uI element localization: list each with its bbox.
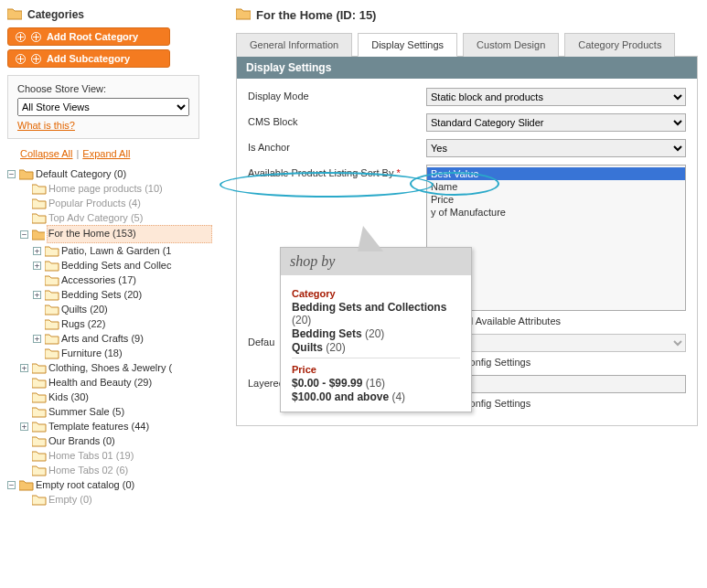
tab-general-information[interactable]: General Information [236, 33, 352, 57]
popup-category-item[interactable]: Quilts (20) [292, 341, 460, 354]
tree-node[interactable]: Top Adv Category (5) [48, 210, 143, 225]
tree-node[interactable]: Arts and Crafts (9) [61, 331, 144, 346]
tree-node[interactable]: Clothing, Shoes & Jewelry ( [48, 360, 172, 375]
tree-toggle[interactable]: − [7, 481, 16, 489]
tab-bar: General InformationDisplay SettingsCusto… [236, 33, 698, 57]
sort-option[interactable]: y of Manufacture [427, 206, 685, 219]
tree-node[interactable]: Popular Products (4) [48, 196, 141, 210]
store-view-box: Choose Store View: All Store Views What … [7, 75, 199, 139]
page-title: For the Home (ID: 15) [256, 8, 376, 22]
tree-node[interactable]: Accessories (17) [61, 273, 136, 287]
display-mode-label: Display Mode [248, 88, 426, 102]
tree-node[interactable]: Template features (44) [48, 419, 149, 433]
tree-node[interactable]: Home Tabs 01 (19) [48, 448, 134, 463]
tree-toggle[interactable]: + [33, 335, 41, 343]
popup-category-label: Category [292, 288, 460, 299]
folder-icon [7, 7, 22, 22]
cms-block-label: CMS Block [248, 113, 426, 127]
tree-node[interactable]: Kids (30) [48, 390, 89, 404]
tab-display-settings[interactable]: Display Settings [358, 33, 457, 57]
is-anchor-select[interactable]: Yes [426, 139, 686, 157]
sort-by-label: Available Product Listing Sort By * [248, 165, 426, 178]
categories-header: Categories [7, 7, 212, 22]
expand-all-link[interactable]: Expand All [82, 148, 130, 159]
store-view-select[interactable]: All Store Views [17, 98, 189, 116]
sort-option[interactable]: Best Value [427, 167, 685, 180]
tree-node[interactable]: Empty (0) [48, 492, 92, 507]
tree-node[interactable]: Patio, Lawn & Garden (1 [61, 243, 171, 258]
tree-node[interactable]: Summer Sale (5) [48, 404, 124, 419]
tree-toggle[interactable]: + [20, 422, 28, 431]
popup-category-item[interactable]: Bedding Sets (20) [292, 327, 460, 340]
plus-icon [31, 54, 41, 64]
shop-by-popup: shop by Category Bedding Sets and Collec… [280, 247, 472, 412]
store-view-label: Choose Store View: [17, 83, 106, 94]
folder-icon [236, 7, 251, 22]
popup-price-item[interactable]: $0.00 - $99.99 (16) [292, 377, 460, 390]
add-subcategory-button[interactable]: Add Subcategory [7, 49, 170, 68]
popup-tail-icon [358, 226, 383, 251]
tree-toggle[interactable]: + [33, 291, 41, 299]
sort-option[interactable]: Price [427, 193, 685, 206]
tab-category-products[interactable]: Category Products [564, 33, 675, 57]
tree-toggle[interactable]: − [20, 230, 28, 239]
tree-node[interactable]: Bedding Sets and Collec [61, 258, 171, 273]
tree-node[interactable]: Our Brands (0) [48, 433, 115, 448]
popup-price-item[interactable]: $100.00 and above (4) [292, 390, 460, 403]
display-mode-select[interactable]: Static block and products [426, 88, 686, 106]
tree-node[interactable]: Rugs (22) [61, 316, 105, 331]
tree-controls: Collapse All|Expand All [20, 148, 212, 159]
tree-node[interactable]: Health and Beauty (29) [48, 375, 152, 390]
tree-toggle[interactable]: + [33, 262, 41, 270]
cms-block-select[interactable]: Standard Category Slider [426, 113, 686, 132]
tree-node[interactable]: Furniture (18) [61, 346, 123, 360]
tree-node[interactable]: Quilts (20) [61, 302, 108, 316]
collapse-all-link[interactable]: Collapse All [20, 148, 72, 159]
tree-node[interactable]: Bedding Sets (20) [61, 287, 142, 302]
tree-toggle[interactable]: + [20, 364, 28, 372]
categories-title: Categories [27, 8, 84, 21]
tree-node[interactable]: For the Home (153) [47, 225, 212, 243]
plus-icon [16, 54, 26, 64]
tree-node[interactable]: Default Category (0) [36, 166, 126, 181]
page-header: For the Home (ID: 15) [236, 7, 698, 22]
plus-icon [31, 32, 41, 42]
panel-heading: Display Settings [237, 57, 697, 79]
popup-title: shop by [281, 248, 471, 275]
is-anchor-label: Is Anchor [248, 139, 426, 153]
plus-icon [16, 32, 26, 42]
add-root-label: Add Root Category [47, 31, 138, 42]
tab-custom-design[interactable]: Custom Design [463, 33, 559, 57]
tree-node[interactable]: Empty root catalog (0) [36, 477, 134, 492]
category-tree: −Default Category (0)Home page products … [7, 166, 212, 507]
tree-node[interactable]: Home page products (10) [48, 181, 163, 196]
what-is-this-link[interactable]: What is this? [17, 120, 75, 131]
add-root-category-button[interactable]: Add Root Category [7, 27, 170, 46]
tree-node[interactable]: Home Tabs 02 (6) [48, 463, 128, 477]
sort-option[interactable]: Name [427, 180, 685, 193]
popup-price-label: Price [292, 364, 460, 375]
popup-category-item[interactable]: Bedding Sets and Collections (20) [292, 301, 460, 326]
tree-toggle[interactable]: − [7, 170, 16, 178]
tree-toggle[interactable]: + [33, 247, 41, 255]
add-sub-label: Add Subcategory [47, 53, 130, 64]
